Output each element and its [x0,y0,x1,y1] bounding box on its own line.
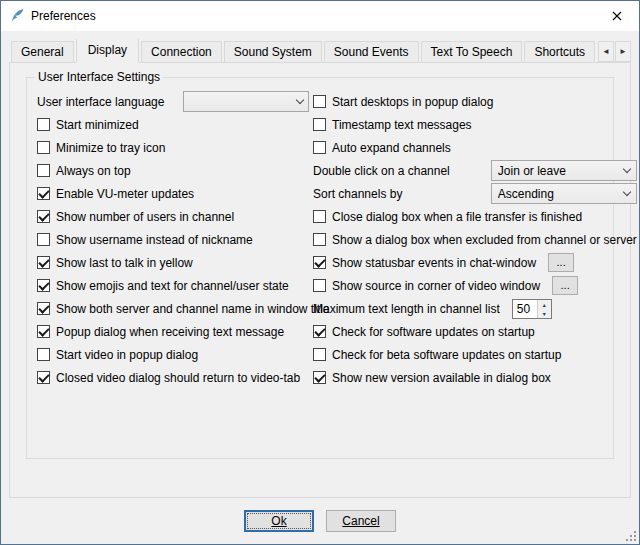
show-username-checkbox[interactable] [37,233,50,246]
excluded-dialog-checkbox[interactable] [313,233,326,246]
sort-channels-row: Sort channels by Ascending [313,182,637,205]
spin-up-icon[interactable]: ▴ [538,300,551,309]
video-source-checkbox[interactable] [313,279,326,292]
ok-button[interactable]: Ok [244,510,314,532]
checkbox-row: Show emojis and text for channel/user st… [37,274,309,297]
auto-expand-checkbox[interactable] [313,141,326,154]
checkbox-row: Enable VU-meter updates [37,182,309,205]
sort-channels-label: Sort channels by [313,187,402,201]
tab-general[interactable]: General [11,41,74,63]
popup-text-message-checkbox[interactable] [37,325,50,338]
tab-display[interactable]: Display [76,39,139,63]
display-tab-page: User Interface Settings User interface l… [9,62,631,498]
titlebar[interactable]: Preferences [1,1,639,31]
checkbox-label: Auto expand channels [332,141,451,155]
checkbox-row: Timestamp text messages [313,113,637,136]
double-click-label: Double click on a channel [313,164,450,178]
tab-bar: General Display Connection Sound System … [9,39,631,63]
statusbar-events-options-button[interactable]: ... [548,253,574,272]
checkbox-row: Show new version available in dialog box [313,366,637,389]
emojis-text-checkbox[interactable] [37,279,50,292]
checkbox-label: Start minimized [56,118,139,132]
checkbox-row: Closed video dialog should return to vid… [37,366,309,389]
beta-updates-checkbox[interactable] [313,348,326,361]
resize-grip[interactable] [624,529,637,542]
video-source-row: Show source in corner of video window ..… [313,274,637,297]
checkbox-label: Show a dialog box when excluded from cha… [332,233,637,247]
desktops-popup-checkbox[interactable] [313,95,326,108]
tab-connection[interactable]: Connection [141,41,222,63]
checkbox-row: Check for software updates on startup [313,320,637,343]
double-click-value: Join or leave [498,164,619,178]
chevron-down-icon [619,161,636,180]
vu-meter-checkbox[interactable] [37,187,50,200]
left-column: User interface language Start minimized [37,90,309,389]
checkbox-label: Start video in popup dialog [56,348,198,362]
checkbox-label: Check for beta software updates on start… [332,348,561,362]
always-on-top-checkbox[interactable] [37,164,50,177]
dialog-content: General Display Connection Sound System … [1,31,639,544]
tab-scroll-left-button[interactable]: ◄ [598,41,614,62]
language-dropdown[interactable] [183,91,309,112]
checkbox-row: Start video in popup dialog [37,343,309,366]
scroll-left-icon: ◄ [602,47,610,56]
double-click-dropdown[interactable]: Join or leave [491,160,637,181]
spinner-value: 50 [513,300,537,318]
statusbar-events-row: Show statusbar events in chat-window ... [313,251,637,274]
language-label: User interface language [37,95,164,109]
last-to-talk-checkbox[interactable] [37,256,50,269]
checkbox-row: Minimize to tray icon [37,136,309,159]
tab-scroll-arrows: ◄ ► [597,41,631,62]
scroll-right-icon: ► [619,47,627,56]
close-on-transfer-checkbox[interactable] [313,210,326,223]
checkbox-row: Popup dialog when receiving text message [37,320,309,343]
checkbox-row: Always on top [37,159,309,182]
show-user-count-checkbox[interactable] [37,210,50,223]
checkbox-row: Auto expand channels [313,136,637,159]
tab-sound-system[interactable]: Sound System [224,41,322,63]
timestamp-messages-checkbox[interactable] [313,118,326,131]
video-popup-checkbox[interactable] [37,348,50,361]
spin-down-icon[interactable]: ▾ [538,309,551,318]
teamtalk-app-icon [9,8,25,24]
checkbox-row: Start desktops in popup dialog [313,90,637,113]
window-title: Preferences [31,9,96,23]
tab-scroll-right-button[interactable]: ► [615,41,631,62]
window-title-checkbox[interactable] [37,302,50,315]
sort-channels-value: Ascending [498,187,619,201]
cancel-button[interactable]: Cancel [326,510,396,532]
max-text-length-spinner[interactable]: 50 ▴ ▾ [512,299,552,319]
statusbar-events-checkbox[interactable] [313,256,326,269]
checkbox-label: Show emojis and text for channel/user st… [56,279,289,293]
software-updates-checkbox[interactable] [313,325,326,338]
tab-text-to-speech[interactable]: Text To Speech [421,41,523,63]
checkbox-row: Close dialog box when a file transfer is… [313,205,637,228]
max-text-length-label: Maximum text length in channel list [313,302,500,316]
tab-sound-events[interactable]: Sound Events [324,41,419,63]
tab-shortcuts[interactable]: Shortcuts [524,41,595,63]
minimize-to-tray-checkbox[interactable] [37,141,50,154]
checkbox-label: Show both server and channel name in win… [56,302,330,316]
checkbox-row: Show number of users in channel [37,205,309,228]
start-minimized-checkbox[interactable] [37,118,50,131]
language-row: User interface language [37,90,309,113]
video-source-options-button[interactable]: ... [552,276,578,295]
ui-settings-group: User Interface Settings User interface l… [26,77,614,459]
checkbox-label: Show last to talk in yellow [56,256,193,270]
new-version-dialog-checkbox[interactable] [313,371,326,384]
spinner-buttons: ▴ ▾ [537,300,551,318]
checkbox-row: Show last to talk in yellow [37,251,309,274]
checkbox-row: Show username instead of nickname [37,228,309,251]
checkbox-label: Always on top [56,164,131,178]
checkbox-row: Start minimized [37,113,309,136]
checkbox-label: Show statusbar events in chat-window [332,256,536,270]
close-button[interactable] [594,1,639,31]
checkbox-label: Show username instead of nickname [56,233,253,247]
sort-channels-dropdown[interactable]: Ascending [491,183,637,204]
checkbox-label: Show new version available in dialog box [332,371,551,385]
checkbox-label: Check for software updates on startup [332,325,535,339]
video-return-tab-checkbox[interactable] [37,371,50,384]
checkbox-label: Timestamp text messages [332,118,472,132]
checkbox-label: Close dialog box when a file transfer is… [332,210,582,224]
checkbox-label: Popup dialog when receiving text message [56,325,284,339]
